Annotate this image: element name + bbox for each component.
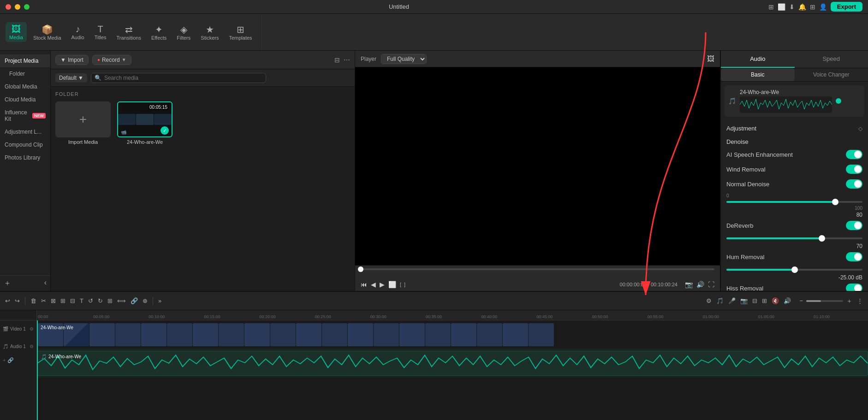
toolbar-templates[interactable]: ⊞ Templates xyxy=(225,22,256,42)
camera-track-button[interactable]: 📷 xyxy=(739,296,749,306)
volume-icon[interactable]: 🔊 xyxy=(696,281,704,288)
avatar[interactable]: 👤 xyxy=(819,3,827,11)
skip-back-button[interactable]: ⏮ xyxy=(361,281,367,288)
loop-button[interactable]: ↺ xyxy=(87,296,95,306)
export-button[interactable]: Export xyxy=(831,2,862,12)
tab-speed[interactable]: Speed xyxy=(795,51,868,68)
sidebar-item-folder[interactable]: Folder xyxy=(0,67,50,80)
ai-speech-toggle[interactable] xyxy=(846,150,862,159)
toolbar-filters[interactable]: ◈ Filters xyxy=(173,22,194,42)
zoom-out-button[interactable]: − xyxy=(798,296,804,306)
audio-track-button[interactable]: 🎵 xyxy=(715,296,725,306)
close-button[interactable] xyxy=(6,4,11,10)
track-settings-icon[interactable]: ⚙ xyxy=(30,326,34,331)
search-input[interactable] xyxy=(91,73,266,83)
progress-bar[interactable] xyxy=(361,268,714,270)
maximize-button[interactable] xyxy=(24,4,30,10)
fit-button[interactable]: ⊞ xyxy=(106,296,114,306)
sidebar-item-cloud-media[interactable]: Cloud Media xyxy=(0,93,50,106)
tab-audio[interactable]: Audio xyxy=(721,51,795,68)
sidebar-item-adjustment[interactable]: Adjustment L... xyxy=(0,125,50,138)
subtab-voice-changer[interactable]: Voice Changer xyxy=(795,68,868,81)
dereverb-knob[interactable] xyxy=(819,235,825,242)
hum-removal-toggle[interactable] xyxy=(846,252,862,261)
redo-button[interactable]: ↪ xyxy=(13,296,21,306)
add-media-icon[interactable]: ＋ xyxy=(4,278,11,288)
toolbar-media[interactable]: 🖼 Media xyxy=(6,22,27,42)
import-button[interactable]: ▼ Import xyxy=(55,55,89,65)
video-clip-thumb[interactable]: 00:05:15 📹 ✓ xyxy=(117,101,172,137)
zoom-button[interactable]: ⊕ xyxy=(141,296,149,306)
audio-track-settings-icon[interactable]: ⚙ xyxy=(30,344,34,349)
toolbar-effects[interactable]: ✦ Effects xyxy=(148,22,170,42)
grid-icon[interactable]: ⊞ xyxy=(810,3,815,11)
sidebar-item-photos-library[interactable]: Photos Library xyxy=(0,151,50,164)
normal-denoise-knob[interactable] xyxy=(832,199,838,205)
text-button[interactable]: T xyxy=(78,296,85,306)
normal-denoise-toggle[interactable] xyxy=(846,179,862,189)
toolbar-audio[interactable]: ♪ Audio xyxy=(68,22,88,42)
dereverb-slider[interactable] xyxy=(726,237,862,239)
default-sort-button[interactable]: Default ▼ xyxy=(55,73,87,83)
play-back-button[interactable]: ◀ xyxy=(371,281,376,288)
in-point-icon[interactable]: [ xyxy=(400,282,401,287)
wind-removal-toggle[interactable] xyxy=(846,165,862,174)
playhead[interactable] xyxy=(37,320,38,420)
quality-select[interactable]: Full Quality 1/2 Quality 1/4 Quality xyxy=(381,54,427,64)
hum-removal-knob[interactable] xyxy=(791,266,798,273)
rotate-button[interactable]: ↻ xyxy=(96,296,104,306)
play-button[interactable]: ▶ xyxy=(380,281,385,288)
video-clip-item[interactable]: 00:05:15 📹 ✓ 24-Who-are-We xyxy=(117,101,172,145)
sidebar-item-global-media[interactable]: Global Media xyxy=(0,80,50,93)
dereverb-toggle[interactable] xyxy=(846,221,862,230)
link-track-icon[interactable]: 🔗 xyxy=(7,357,14,363)
stop-button[interactable]: ⬜ xyxy=(388,281,396,288)
snapshot-icon[interactable]: 📷 xyxy=(685,281,693,288)
minimize-button[interactable] xyxy=(15,4,20,10)
hum-removal-slider[interactable] xyxy=(726,269,862,271)
filter-icon[interactable]: ⊟ xyxy=(334,56,340,64)
split-track-button[interactable]: ⊞ xyxy=(761,296,768,306)
timeline-settings-button[interactable]: ⚙ xyxy=(705,296,713,306)
progress-thumb[interactable] xyxy=(358,266,363,272)
flip-button[interactable]: ⟺ xyxy=(116,296,127,306)
add-track-icon[interactable]: + xyxy=(3,357,6,363)
more-tools-button[interactable]: » xyxy=(157,296,163,306)
fullscreen-icon[interactable]: ⛶ xyxy=(708,281,714,288)
zoom-in-button[interactable]: ＋ xyxy=(845,296,854,307)
mic-button[interactable]: 🎤 xyxy=(727,296,737,306)
crop-button[interactable]: ⊞ xyxy=(59,296,67,306)
more-icon[interactable]: ⋯ xyxy=(344,56,350,64)
toolbar-stock[interactable]: 📦 Stock Media xyxy=(30,22,65,42)
out-point-icon[interactable]: ] xyxy=(404,282,405,287)
link-button[interactable]: 🔗 xyxy=(129,296,139,306)
trim-button[interactable]: ⊠ xyxy=(49,296,57,306)
zoom-slider[interactable] xyxy=(806,300,843,302)
sidebar-item-compound-clip[interactable]: Compound Clip xyxy=(0,138,50,151)
monitor-icon[interactable]: ⊞ xyxy=(768,3,774,11)
adjustment-expand-icon[interactable]: ◇ xyxy=(858,125,862,132)
camera-icon[interactable]: ⬜ xyxy=(778,3,785,11)
timeline-more-button[interactable]: ⋮ xyxy=(856,296,864,306)
bell-icon[interactable]: 🔔 xyxy=(798,3,806,11)
audio-clip[interactable]: 🎵 24-Who-are-We xyxy=(37,351,868,376)
normal-denoise-slider[interactable] xyxy=(726,201,862,203)
cut-button[interactable]: ✂ xyxy=(40,296,48,306)
undo-button[interactable]: ↩ xyxy=(4,296,12,306)
toolbar-stickers[interactable]: ★ Stickers xyxy=(197,22,222,42)
subtab-basic[interactable]: Basic xyxy=(721,68,795,81)
record-button[interactable]: ● Record ▼ xyxy=(92,55,131,65)
collapse-track-button[interactable]: ⊟ xyxy=(751,296,759,306)
split-button[interactable]: ⊟ xyxy=(69,296,77,306)
player-screenshot-icon[interactable]: 🖼 xyxy=(707,55,714,63)
delete-button[interactable]: 🗑 xyxy=(29,296,38,306)
hiss-removal-toggle[interactable] xyxy=(846,284,862,291)
sidebar-item-influence-kit[interactable]: Influence Kit NEW xyxy=(0,106,50,125)
toolbar-titles[interactable]: T Titles xyxy=(91,22,110,42)
unmute-button[interactable]: 🔊 xyxy=(782,296,792,306)
import-media-item[interactable]: + Import Media xyxy=(55,101,111,145)
sidebar-item-project-media[interactable]: Project Media xyxy=(0,54,50,67)
download-icon[interactable]: ⬇ xyxy=(789,3,795,11)
import-media-thumb[interactable]: + xyxy=(55,101,111,137)
video-clip[interactable]: 24-Who-are-We xyxy=(37,322,868,347)
